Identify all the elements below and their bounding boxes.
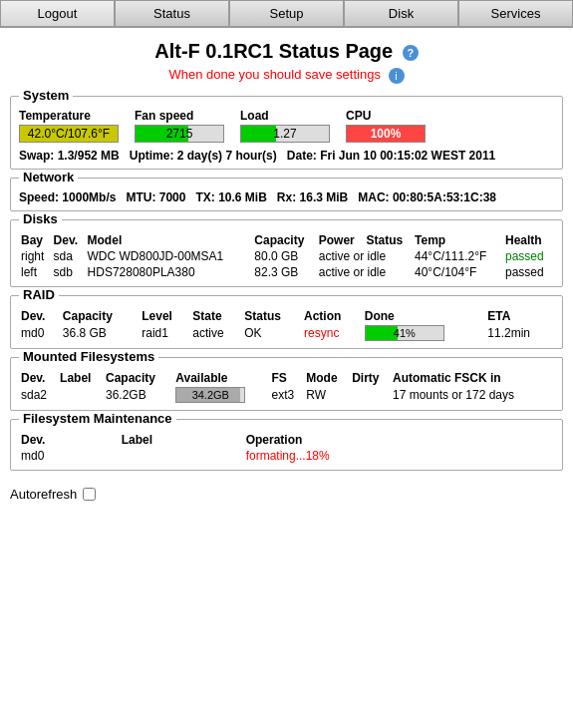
raid-table: Dev. Capacity Level State Status Action … [19, 308, 554, 342]
logout-button[interactable]: Logout [0, 0, 115, 27]
fan-label: Fan speed [135, 109, 224, 123]
temperature-label: Temperature [19, 109, 119, 123]
date-value: Fri Jun 10 00:15:02 WEST 2011 [320, 149, 495, 163]
fm-header-row: Dev. Label Operation [19, 432, 554, 448]
raid-done-value: 41% [366, 327, 443, 339]
uptime-label: Uptime: [130, 149, 174, 163]
disk-bay: left [19, 264, 52, 280]
fan-value: 2715 [136, 127, 223, 141]
disks-col-model: Model [86, 232, 253, 248]
filesystem-maintenance-section: Filesystem Maintenance Dev. Label Operat… [10, 419, 563, 471]
disks-header-row: Bay Dev. Model Capacity Power Status Tem… [19, 232, 554, 248]
raid-col-dev: Dev. [19, 308, 61, 324]
disk-row: left sdb HDS728080PLA380 82.3 GB active … [19, 264, 554, 280]
disk-temp: 40°C/104°F [413, 264, 503, 280]
rx-value: 16.3 MiB [300, 190, 349, 204]
disks-section-title: Disks [19, 211, 62, 226]
disk-model: HDS728080PLA380 [86, 264, 253, 280]
fs-row: sda2 36.2GB 34.2GB ext3 RW 17 mounts or … [19, 386, 554, 404]
fm-operation: formating...18% [244, 448, 554, 464]
filesystem-maintenance-title: Filesystem Maintenance [19, 411, 176, 426]
raid-header-row: Dev. Capacity Level State Status Action … [19, 308, 554, 324]
fm-col-label: Label [120, 432, 244, 448]
fs-col-capacity: Capacity [104, 370, 173, 386]
disk-capacity: 80.0 GB [252, 248, 316, 264]
system-section: System Temperature 42.0°C/107.6°F Fan sp… [10, 96, 563, 170]
disks-col-bay: Bay [19, 232, 52, 248]
cpu-label: CPU [346, 109, 426, 123]
disk-button[interactable]: Disk [344, 0, 458, 27]
fs-col-dirty: Dirty [350, 370, 391, 386]
temperature-metric: Temperature 42.0°C/107.6°F [19, 109, 119, 143]
disks-table: Bay Dev. Model Capacity Power Status Tem… [19, 232, 554, 280]
speed-label: Speed: [19, 190, 59, 204]
raid-done-bar: 41% [365, 325, 444, 341]
load-bar: 1.27 [240, 125, 330, 143]
system-info-row: Swap: 1.3/952 MB Uptime: 2 day(s) 7 hour… [19, 149, 554, 163]
top-navigation: Logout Status Setup Disk Services [0, 0, 573, 28]
uptime-value: 2 day(s) 7 hour(s) [177, 149, 277, 163]
disk-power: active or idle [317, 264, 413, 280]
status-button[interactable]: Status [115, 0, 229, 27]
rx-label: Rx: [277, 190, 296, 204]
load-label: Load [240, 109, 330, 123]
fs-table: Dev. Label Capacity Available FS Mode Di… [19, 370, 554, 404]
cpu-bar: 100% [346, 125, 426, 143]
setup-button[interactable]: Setup [229, 0, 344, 27]
fs-col-dev: Dev. [19, 370, 58, 386]
page-header: Alt-F 0.1RC1 Status Page ? When done you… [0, 28, 573, 88]
help-icon[interactable]: ? [403, 45, 419, 61]
disk-row: right sda WDC WD800JD-00MSA1 80.0 GB act… [19, 248, 554, 264]
fs-available-value: 34.2GB [176, 389, 244, 401]
raid-row: md0 36.8 GB raid1 active OK resync 41% 1… [19, 324, 554, 342]
fs-available: 34.2GB [173, 386, 269, 404]
page-subtitle: When done you should save settings i [0, 67, 573, 84]
fs-col-mode: Mode [304, 370, 350, 386]
raid-capacity: 36.8 GB [61, 324, 140, 342]
services-button[interactable]: Services [458, 0, 573, 27]
disk-health: passed [503, 264, 554, 280]
mounted-fs-section-title: Mounted Filesystems [19, 349, 158, 364]
raid-col-eta: ETA [485, 308, 554, 324]
raid-status: OK [242, 324, 302, 342]
fs-mode: RW [304, 386, 350, 404]
raid-col-done: Done [363, 308, 485, 324]
fs-available-bar: 34.2GB [175, 387, 245, 403]
network-section-title: Network [19, 170, 78, 184]
disks-col-power: Power [317, 232, 365, 248]
raid-level: raid1 [140, 324, 190, 342]
raid-col-status: Status [242, 308, 302, 324]
raid-eta: 11.2min [485, 324, 554, 342]
autorefresh-checkbox[interactable] [83, 488, 96, 501]
disks-section: Disks Bay Dev. Model Capacity Power Stat… [10, 219, 563, 287]
mtu-value: 7000 [159, 190, 186, 204]
mac-value: 00:80:5A:53:1C:38 [393, 190, 496, 204]
cpu-metric: CPU 100% [346, 109, 426, 143]
disk-dev: sda [52, 248, 86, 264]
subtitle-info-icon[interactable]: i [389, 68, 405, 84]
tx-label: TX: [195, 190, 214, 204]
page-title: Alt-F 0.1RC1 Status Page ? [0, 40, 573, 63]
autorefresh-label: Autorefresh [10, 487, 77, 502]
disk-temp: 44°C/111.2°F [413, 248, 503, 264]
fs-header-row: Dev. Label Capacity Available FS Mode Di… [19, 370, 554, 386]
fm-dev: md0 [19, 448, 120, 464]
disks-col-dev: Dev. [52, 232, 86, 248]
fm-col-dev: Dev. [19, 432, 120, 448]
fs-capacity: 36.2GB [104, 386, 173, 404]
mac-label: MAC: [358, 190, 389, 204]
autorefresh-row: Autorefresh [0, 479, 573, 510]
fan-metric: Fan speed 2715 [135, 109, 224, 143]
fm-row: md0 formating...18% [19, 448, 554, 464]
disk-bay: right [19, 248, 52, 264]
fm-label [120, 448, 244, 464]
network-info-row: Speed: 1000Mb/s MTU: 7000 TX: 10.6 MiB R… [19, 190, 554, 204]
raid-col-capacity: Capacity [61, 308, 140, 324]
fs-label [58, 386, 104, 404]
raid-section-title: RAID [19, 287, 59, 302]
mounted-fs-section: Mounted Filesystems Dev. Label Capacity … [10, 357, 563, 411]
temperature-bar: 42.0°C/107.6°F [19, 125, 119, 143]
fm-col-operation: Operation [244, 432, 554, 448]
fs-col-label: Label [58, 370, 104, 386]
disk-dev: sdb [52, 264, 86, 280]
